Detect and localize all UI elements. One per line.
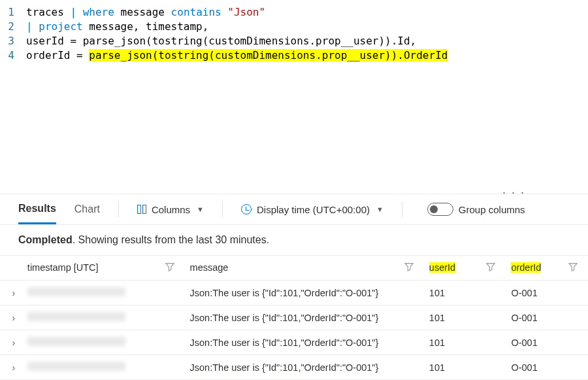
line-number: 4	[0, 48, 26, 63]
expand-row[interactable]: ›	[0, 305, 27, 330]
results-body: ›Json:The user is {"Id":101,"OrderId":"O…	[0, 281, 588, 380]
columns-label: Columns	[152, 204, 190, 215]
columns-icon	[137, 205, 146, 214]
filter-icon[interactable]	[563, 262, 583, 273]
cell-userid: 101	[424, 330, 506, 355]
header-timestamp[interactable]: timestamp [UTC]	[27, 256, 185, 281]
expand-row[interactable]: ›	[0, 355, 27, 380]
header-userid-label: userId	[429, 262, 455, 273]
cell-orderid: O-001	[506, 281, 588, 305]
cell-userid: 101	[424, 355, 506, 380]
header-orderid-label: orderId	[511, 262, 541, 273]
tab-chart[interactable]: Chart	[74, 196, 100, 223]
table-row[interactable]: ›Json:The user is {"Id":101,"OrderId":"O…	[0, 305, 588, 330]
filter-icon[interactable]	[160, 262, 180, 273]
header-orderid[interactable]: orderId	[506, 256, 588, 281]
expand-header	[0, 256, 27, 281]
status-completed: Completed	[18, 234, 73, 245]
cell-timestamp	[27, 281, 185, 305]
line-number: 3	[0, 34, 26, 48]
cell-message: Json:The user is {"Id":101,"OrderId":"O-…	[185, 355, 424, 380]
cell-message: Json:The user is {"Id":101,"OrderId":"O-…	[185, 330, 424, 355]
divider	[118, 201, 119, 217]
tab-results[interactable]: Results	[18, 195, 56, 224]
chevron-down-icon: ▼	[197, 205, 204, 213]
cell-timestamp	[27, 305, 185, 330]
cell-message: Json:The user is {"Id":101,"OrderId":"O-…	[185, 281, 424, 305]
results-table: timestamp [UTC] message userId orderId ›…	[0, 255, 588, 380]
filter-icon[interactable]	[399, 262, 419, 273]
cell-timestamp	[27, 355, 185, 380]
code-line[interactable]: traces | where message contains "Json"	[26, 5, 588, 20]
table-row[interactable]: ›Json:The user is {"Id":101,"OrderId":"O…	[0, 281, 588, 305]
cell-timestamp	[27, 330, 185, 355]
chevron-down-icon: ▼	[376, 205, 384, 213]
results-toolbar: Results Chart Columns ▼ Display time (UT…	[0, 194, 588, 225]
display-time-button[interactable]: Display time (UTC+00:00) ▼	[241, 204, 384, 215]
cell-orderid: O-001	[506, 330, 588, 355]
divider	[402, 201, 402, 217]
expand-row[interactable]: ›	[0, 330, 27, 355]
group-columns-toggle[interactable]: Group columns	[421, 203, 525, 216]
code-line[interactable]: orderId = parse_json(tostring(customDime…	[26, 48, 588, 63]
query-editor[interactable]: 1traces | where message contains "Json"2…	[0, 0, 588, 194]
display-time-label: Display time (UTC+00:00)	[257, 204, 370, 215]
columns-button[interactable]: Columns ▼	[137, 204, 204, 215]
status-bar: Completed. Showing results from the last…	[0, 225, 588, 255]
header-timestamp-label: timestamp [UTC]	[27, 262, 99, 273]
divider	[222, 201, 223, 217]
cell-orderid: O-001	[506, 355, 588, 380]
filter-icon[interactable]	[481, 262, 500, 273]
line-number: 2	[0, 20, 26, 34]
cell-message: Json:The user is {"Id":101,"OrderId":"O-…	[185, 305, 424, 330]
more-menu[interactable]: . . .	[502, 183, 525, 197]
clock-icon	[241, 204, 252, 215]
expand-row[interactable]: ›	[0, 281, 27, 305]
header-userid[interactable]: userId	[424, 256, 506, 281]
header-message[interactable]: message	[185, 256, 424, 281]
group-columns-label: Group columns	[459, 204, 525, 215]
status-detail: . Showing results from the last 30 minut…	[73, 234, 269, 245]
code-line[interactable]: | project message, timestamp,	[26, 20, 588, 34]
toggle-icon	[427, 203, 453, 216]
table-row[interactable]: ›Json:The user is {"Id":101,"OrderId":"O…	[0, 330, 588, 355]
cell-orderid: O-001	[506, 305, 588, 330]
cell-userid: 101	[424, 281, 506, 305]
code-line[interactable]: userId = parse_json(tostring(customDimen…	[26, 34, 588, 48]
table-row[interactable]: ›Json:The user is {"Id":101,"OrderId":"O…	[0, 355, 588, 380]
cell-userid: 101	[424, 305, 506, 330]
line-number: 1	[0, 5, 26, 20]
header-message-label: message	[190, 262, 229, 273]
